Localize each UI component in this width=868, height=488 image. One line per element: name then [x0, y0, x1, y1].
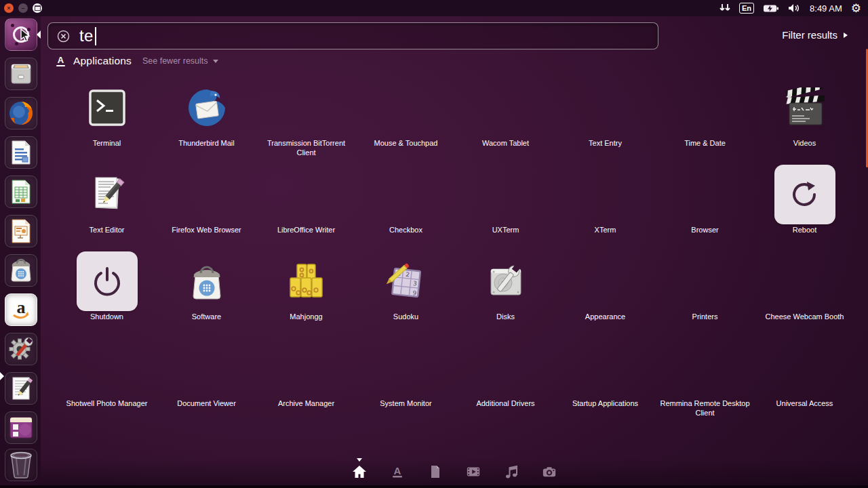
text-editor-icon[interactable]: [5, 372, 37, 405]
svg-text:a: a: [17, 298, 26, 317]
app-videos[interactable]: Videos: [755, 79, 854, 165]
clock[interactable]: 8:49 AM: [810, 3, 842, 14]
app-time-date[interactable]: Time & Date: [655, 79, 755, 165]
file-icon: [428, 464, 443, 479]
svg-text:2: 2: [405, 271, 410, 279]
app-mahjongg[interactable]: Mahjongg: [256, 252, 356, 339]
close-button-icon[interactable]: ×: [4, 3, 14, 13]
trash-icon[interactable]: [5, 449, 37, 481]
see-fewer-results-toggle[interactable]: See fewer results: [142, 56, 218, 66]
filter-results-label: Filter results: [782, 29, 837, 41]
app-terminal[interactable]: Terminal: [57, 79, 157, 165]
app-label: Sudoku: [393, 312, 418, 322]
app-disks[interactable]: Disks: [456, 252, 555, 339]
app-label: Additional Drivers: [476, 399, 534, 409]
camera-icon: [542, 464, 557, 479]
applications-lens[interactable]: A: [390, 464, 405, 479]
circle-x-icon[interactable]: [57, 30, 70, 43]
system-tray: En 8:49 AM ⚙: [719, 3, 868, 14]
app-software[interactable]: Software: [157, 252, 256, 339]
app-label: Thunderbird Mail: [178, 139, 235, 148]
app-transmission[interactable]: Transmission BitTorrent Client: [256, 79, 356, 165]
libreoffice-writer-icon[interactable]: [5, 136, 37, 169]
app-firefox-web-browser[interactable]: Firefox Web Browser: [157, 165, 256, 252]
app-cheese-webcam-booth[interactable]: Cheese Webcam Booth: [755, 252, 854, 339]
keyboard-layout-indicator[interactable]: En: [739, 3, 754, 14]
amazon-icon[interactable]: a: [5, 293, 37, 326]
session-gear-icon[interactable]: ⚙: [851, 3, 861, 14]
app-sudoku[interactable]: 5239 Sudoku: [356, 252, 456, 339]
battery-charging-icon[interactable]: [763, 4, 779, 13]
shutdown-tile[interactable]: [77, 251, 138, 311]
app-label: Reboot: [793, 226, 816, 235]
libreoffice-calc-icon[interactable]: [5, 176, 37, 208]
app-system-monitor[interactable]: System Monitor: [356, 339, 456, 426]
files-icon[interactable]: [5, 58, 37, 90]
photos-lens[interactable]: [542, 464, 557, 479]
app-browser[interactable]: Browser: [655, 165, 755, 252]
app-label: UXTerm: [492, 226, 519, 235]
dash-search-bar[interactable]: te: [47, 22, 658, 49]
applications-grid: Terminal Thunderbird Mail Transmission B…: [57, 79, 854, 426]
app-mouse-touchpad[interactable]: Mouse & Touchpad: [356, 79, 456, 165]
app-shutdown[interactable]: Shutdown: [57, 252, 157, 339]
ubuntu-software-icon[interactable]: [5, 254, 37, 287]
music-lens[interactable]: [504, 464, 519, 479]
screen-bottom-edge: [0, 485, 868, 488]
network-transfer-arrows-icon[interactable]: [719, 3, 730, 13]
firefox-icon[interactable]: [5, 97, 37, 129]
disk-wrench-icon: [486, 252, 526, 310]
maximize-button-icon[interactable]: [33, 3, 42, 13]
app-shotwell-photo-manager[interactable]: Shotwell Photo Manager: [57, 339, 157, 426]
app-thunderbird-mail[interactable]: Thunderbird Mail: [157, 79, 256, 165]
search-query-text: te: [79, 26, 94, 45]
app-checkbox[interactable]: Checkbox: [356, 165, 456, 252]
app-xterm[interactable]: XTerm: [555, 165, 655, 252]
home-lens[interactable]: [352, 464, 367, 479]
svg-text:3: 3: [412, 280, 417, 287]
app-libreoffice-writer[interactable]: LibreOffice Writer: [256, 165, 356, 252]
app-universal-access[interactable]: Universal Access: [755, 339, 854, 426]
app-wacom-tablet[interactable]: Wacom Tablet: [456, 79, 555, 165]
app-label: Cheese Webcam Booth: [766, 312, 844, 322]
window-controls: × –: [0, 3, 42, 13]
app-label: Appearance: [585, 312, 625, 322]
app-text-editor[interactable]: Text Editor: [57, 165, 157, 252]
app-startup-applications[interactable]: Startup Applications: [555, 339, 655, 426]
dash-home-button[interactable]: [5, 18, 37, 51]
app-uxterm[interactable]: UXTerm: [456, 165, 555, 252]
app-label: Text Editor: [90, 226, 125, 235]
app-label: Software: [192, 312, 221, 322]
app-remmina-remote-desktop-client[interactable]: Remmina Remote Desktop Client: [655, 339, 755, 426]
libreoffice-impress-icon[interactable]: [5, 215, 37, 247]
text-editor-icon: [87, 165, 127, 224]
applications-lens-icon: A: [390, 464, 405, 479]
app-label: Disks: [496, 312, 515, 322]
reboot-tile[interactable]: [774, 165, 835, 224]
app-document-viewer[interactable]: Document Viewer: [157, 339, 256, 426]
app-appearance[interactable]: Appearance: [555, 252, 655, 339]
music-note-icon: [504, 464, 519, 479]
app-text-entry[interactable]: Text Entry: [555, 79, 655, 165]
app-label: Remmina Remote Desktop Client: [659, 399, 751, 418]
app-label: Startup Applications: [572, 399, 638, 409]
app-printers[interactable]: Printers: [655, 252, 755, 339]
system-settings-icon[interactable]: [5, 333, 37, 365]
terminal-icon: [89, 79, 125, 137]
files-lens[interactable]: [428, 464, 443, 479]
app-reboot[interactable]: Reboot: [755, 165, 854, 252]
app-label: XTerm: [595, 226, 616, 235]
clapperboard-icon: [783, 79, 827, 137]
terminal-window-icon[interactable]: [5, 411, 37, 444]
app-archive-manager[interactable]: Archive Manager: [256, 339, 356, 426]
app-label: Mahjongg: [290, 312, 322, 322]
minimize-button-icon[interactable]: –: [18, 3, 28, 13]
software-bag-icon: [187, 252, 226, 310]
see-fewer-results-label: See fewer results: [142, 56, 208, 66]
app-additional-drivers[interactable]: Additional Drivers: [456, 339, 555, 426]
lens-bar: A: [41, 458, 868, 485]
filter-results-button[interactable]: Filter results: [782, 29, 848, 41]
videos-lens[interactable]: [466, 464, 481, 479]
volume-icon[interactable]: [788, 3, 801, 13]
top-panel: × – En 8:49 AM ⚙: [0, 0, 868, 16]
